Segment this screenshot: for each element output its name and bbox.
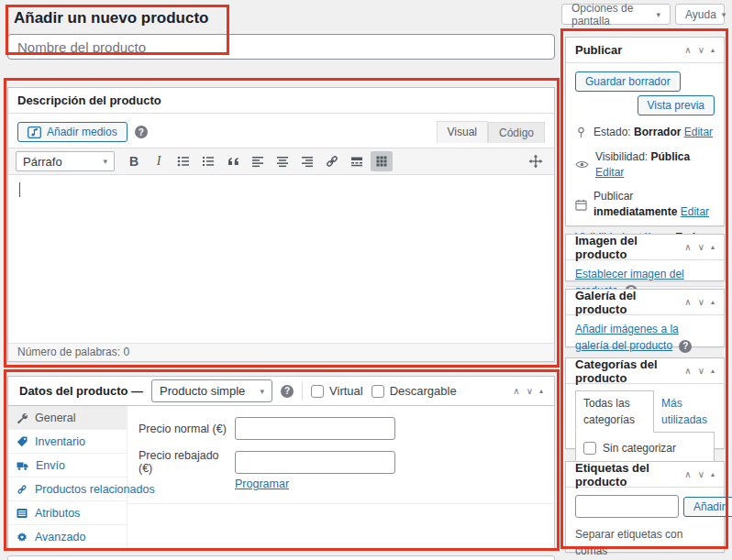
move-up-icon[interactable]: ∧	[684, 243, 691, 252]
move-down-icon[interactable]: ∨	[527, 387, 533, 396]
product-name-input[interactable]	[7, 34, 555, 60]
align-center-icon	[275, 154, 290, 169]
product-gallery-panel-title: Galería del producto	[575, 289, 684, 316]
preview-button[interactable]: Vista previa	[638, 95, 715, 115]
collapse-toggle-icon[interactable]: ▴	[711, 368, 715, 375]
move-down-icon[interactable]: ∨	[698, 367, 704, 376]
downloadable-checkbox[interactable]	[372, 385, 384, 398]
bullet-list-button[interactable]	[172, 151, 194, 171]
tab-inventario[interactable]: Inventario	[8, 430, 127, 454]
move-down-icon[interactable]: ∨	[698, 470, 704, 479]
uncategorized-checkbox[interactable]	[583, 442, 596, 455]
product-type-select[interactable]: Producto simple ▾	[151, 379, 272, 402]
list-icon	[17, 508, 28, 519]
bold-button[interactable]: B	[123, 151, 145, 171]
calendar-icon	[575, 199, 587, 211]
virtual-checkbox-wrap[interactable]: Virtual	[311, 384, 363, 398]
ordered-list-button[interactable]	[197, 151, 219, 171]
chevron-down-icon: ▾	[103, 157, 107, 166]
virtual-checkbox[interactable]	[311, 385, 324, 398]
tab-general[interactable]: General	[8, 406, 127, 430]
save-draft-button[interactable]: Guardar borrador	[575, 71, 681, 92]
edit-status-link[interactable]: Editar	[684, 126, 713, 138]
edit-visibility-link[interactable]: Editar	[595, 166, 624, 179]
schedule-link[interactable]: Programar	[235, 478, 289, 490]
link-icon	[325, 154, 339, 169]
tab-code[interactable]: Código	[488, 122, 545, 143]
help-button[interactable]: Ayuda ▾	[675, 4, 725, 25]
screen-options-button[interactable]: Opciones de pantalla ▾	[561, 4, 671, 25]
more-tag-button[interactable]	[346, 151, 368, 171]
move-up-icon[interactable]: ∧	[513, 387, 519, 396]
product-tags-panel-title: Etiquetas del producto	[575, 461, 684, 489]
general-tab-fields: Precio normal (€) Precio rebajado (€) Pr…	[128, 406, 554, 549]
tag-input[interactable]	[575, 495, 679, 518]
divider	[128, 503, 554, 504]
tab-visual[interactable]: Visual	[437, 121, 488, 143]
add-media-button[interactable]: Añadir medios	[17, 122, 128, 142]
align-left-button[interactable]	[247, 151, 269, 171]
bullet-list-icon	[176, 154, 191, 169]
publish-panel-title: Publicar	[575, 43, 622, 57]
word-count-label: Número de palabras:	[17, 346, 120, 358]
sale-price-input[interactable]	[235, 451, 395, 474]
product-data-title: Datos del producto —	[19, 384, 143, 398]
collapse-toggle-icon[interactable]: ▴	[711, 299, 715, 306]
tab-avanzado[interactable]: Avanzado	[8, 525, 127, 549]
tab-all-categories[interactable]: Todas las categorías	[575, 390, 654, 433]
add-tag-button[interactable]: Añadir	[683, 497, 732, 517]
tab-atributos[interactable]: Atributos	[8, 501, 127, 525]
chevron-down-icon: ▾	[722, 10, 726, 19]
help-icon[interactable]: ?	[281, 385, 294, 398]
italic-button[interactable]: I	[148, 151, 170, 171]
visibility-row: Visibilidad: Pública Editar	[595, 149, 715, 181]
tags-hint: Separar etiquetas con comas	[575, 526, 715, 559]
fullscreen-button[interactable]	[525, 151, 547, 171]
product-categories-panel-title: Categorías del producto	[575, 357, 684, 385]
divider	[302, 382, 303, 401]
paragraph-select[interactable]: Párrafo ▾	[16, 151, 115, 171]
uncategorized-row[interactable]: Sin categorizar	[583, 440, 706, 456]
tab-envio[interactable]: Envío	[8, 454, 127, 478]
media-icon	[28, 126, 41, 138]
edit-publish-time-link[interactable]: Editar	[681, 205, 709, 218]
word-count-value: 0	[123, 346, 129, 358]
help-icon[interactable]: ?	[135, 126, 148, 138]
product-gallery-panel: Galería del producto ∧ ∨ ▴ Añadir imágen…	[565, 289, 725, 347]
chevron-down-icon: ▾	[261, 387, 265, 396]
description-panel: Descripción del producto Añadir medios ?…	[7, 87, 555, 362]
status-row: Estado: Borrador Editar	[593, 125, 713, 140]
description-panel-header: Descripción del producto	[8, 88, 554, 114]
publish-time-row: Publicar inmediatamente Editar	[593, 189, 715, 220]
help-icon[interactable]: ?	[679, 340, 692, 353]
publish-panel: Publicar ∧ ∨ ▴ Guardar borrador Vista pr…	[565, 37, 725, 226]
downloadable-checkbox-wrap[interactable]: Descargable	[372, 384, 457, 398]
move-up-icon[interactable]: ∧	[684, 298, 691, 307]
blockquote-button[interactable]	[222, 151, 244, 171]
align-center-button[interactable]	[272, 151, 294, 171]
editor-toolbar: Párrafo ▾ B I	[8, 148, 554, 175]
move-down-icon[interactable]: ∨	[698, 243, 704, 252]
link-button[interactable]	[321, 151, 343, 171]
editor-content-area[interactable]	[8, 175, 554, 343]
toolbar-toggle-button[interactable]	[371, 151, 393, 171]
align-right-button[interactable]	[296, 151, 318, 171]
collapse-toggle-icon[interactable]: ▴	[711, 47, 715, 54]
tab-most-used[interactable]: Más utilizadas	[654, 391, 715, 432]
product-image-panel: Imagen del producto ∧ ∨ ▴ Establecer ima…	[565, 234, 725, 281]
collapse-toggle-icon[interactable]: ▴	[711, 471, 715, 478]
tab-productos-relacionados[interactable]: Productos relacionados	[8, 478, 127, 501]
move-down-icon[interactable]: ∨	[698, 46, 704, 55]
regular-price-input[interactable]	[235, 417, 395, 440]
collapse-toggle-icon[interactable]: ▴	[711, 244, 715, 251]
add-gallery-images-link[interactable]: Añadir imágenes a la galería del product…	[575, 323, 679, 352]
product-data-tabs: General Inventario Envío	[8, 406, 128, 549]
move-up-icon[interactable]: ∧	[684, 470, 691, 479]
gear-icon	[17, 532, 28, 543]
wrench-icon	[17, 412, 28, 423]
product-data-panel: Datos del producto — Producto simple ▾ ?…	[7, 376, 555, 550]
move-down-icon[interactable]: ∨	[698, 298, 704, 307]
collapse-toggle-icon[interactable]: ▴	[539, 388, 543, 395]
move-up-icon[interactable]: ∧	[684, 46, 691, 55]
move-up-icon[interactable]: ∧	[684, 367, 691, 376]
